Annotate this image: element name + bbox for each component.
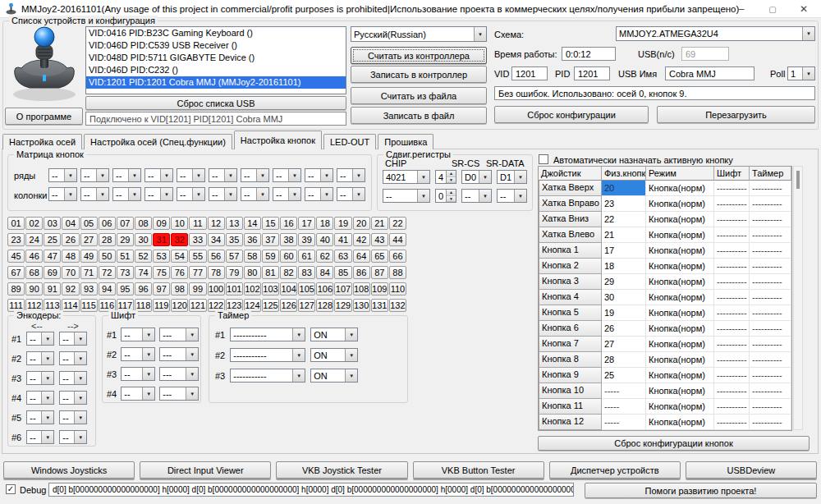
chevron-down-icon[interactable]: ▼ [74, 332, 86, 345]
grid-button-90[interactable]: 90 [25, 282, 43, 296]
grid-button-22[interactable]: 22 [389, 217, 406, 230]
grid-button-03[interactable]: 03 [44, 217, 61, 230]
timer-source-select-2[interactable]: -----------▼ [230, 348, 305, 362]
pid-field[interactable]: 1201 [574, 66, 610, 80]
grid-button-53[interactable]: 53 [153, 250, 170, 263]
grid-button-58[interactable]: 58 [244, 250, 261, 263]
grid-button-60[interactable]: 60 [280, 250, 297, 263]
chevron-down-icon[interactable]: ▼ [142, 368, 154, 380]
chevron-down-icon[interactable]: ▼ [292, 349, 305, 361]
grid-button-33[interactable]: 33 [189, 233, 206, 246]
grid-button-14[interactable]: 14 [244, 217, 261, 230]
poll-select[interactable]: 1 ▼ [787, 66, 815, 80]
matrix-col-select-9[interactable]: --▼ [305, 187, 333, 201]
chevron-down-icon[interactable]: ▼ [74, 352, 86, 364]
matrix-col-select-4[interactable]: --▼ [144, 187, 173, 201]
grid-button-80[interactable]: 80 [244, 266, 261, 279]
matrix-row-select-3[interactable]: --▼ [112, 168, 141, 182]
read-from-controller-button[interactable]: Считать из контроллера [351, 47, 487, 64]
grid-button-129[interactable]: 129 [334, 299, 351, 312]
encoder-right-select-3[interactable]: --▼ [59, 371, 87, 385]
read-from-file-button[interactable]: Считать из файла [351, 87, 487, 104]
chevron-down-icon[interactable]: ▼ [288, 188, 300, 200]
grid-button-75[interactable]: 75 [153, 266, 170, 279]
grid-button-66[interactable]: 66 [389, 250, 406, 263]
chevron-down-icon[interactable]: ▼ [41, 352, 53, 364]
grid-button-78[interactable]: 78 [208, 266, 225, 279]
device-list-item[interactable]: VID:046D PID:C539 USB Receiver () [86, 39, 346, 52]
matrix-row-select-8[interactable]: --▼ [273, 168, 301, 182]
grid-button-127[interactable]: 127 [298, 299, 315, 312]
chevron-down-icon[interactable]: ▼ [802, 27, 814, 40]
table-joystick-cell[interactable]: Кнопка 6 [539, 321, 602, 337]
tool-button-4[interactable]: VKB Button Tester [413, 461, 544, 479]
grid-button-109[interactable]: 109 [371, 282, 388, 296]
grid-button-119[interactable]: 119 [153, 299, 170, 312]
grid-button-25[interactable]: 25 [44, 233, 61, 246]
chevron-down-icon[interactable]: ▼ [142, 348, 154, 360]
grid-button-43[interactable]: 43 [371, 233, 388, 246]
sr-data-select-1[interactable]: D1▼ [497, 170, 527, 184]
grid-button-23[interactable]: 23 [7, 233, 25, 246]
matrix-col-select-6[interactable]: --▼ [209, 187, 237, 201]
spin-up-icon[interactable]: ▲ [447, 171, 456, 177]
grid-button-74[interactable]: 74 [135, 266, 152, 279]
chevron-down-icon[interactable]: ▼ [186, 328, 198, 341]
table-cell[interactable]: 26 [602, 321, 646, 337]
grid-button-28[interactable]: 28 [99, 233, 116, 246]
grid-button-130[interactable]: 130 [353, 299, 370, 312]
grid-button-68[interactable]: 68 [25, 266, 43, 279]
reset-usb-list-button[interactable]: Сброс списка USB [85, 96, 346, 110]
chevron-down-icon[interactable]: ▼ [41, 411, 53, 424]
matrix-row-select-1[interactable]: --▼ [48, 168, 77, 182]
grid-button-01[interactable]: 01 [7, 217, 25, 230]
grid-button-24[interactable]: 24 [25, 233, 43, 246]
chevron-down-icon[interactable]: ▼ [352, 169, 365, 181]
table-joystick-cell[interactable]: Хатка Вниз [539, 212, 602, 227]
chevron-down-icon[interactable]: ▼ [479, 171, 491, 183]
grid-button-09[interactable]: 09 [153, 217, 170, 230]
schema-select[interactable]: MMJOY2.ATMEGA32U4 ▼ [616, 26, 815, 41]
grid-button-81[interactable]: 81 [262, 266, 279, 279]
grid-button-102[interactable]: 102 [244, 282, 261, 296]
grid-button-02[interactable]: 02 [25, 217, 43, 230]
language-select[interactable]: Русский(Russian) ▼ [351, 26, 487, 42]
write-to-controller-button[interactable]: Записать в контроллер [351, 66, 487, 83]
shift-a-select-3[interactable]: --▼ [121, 367, 155, 381]
matrix-col-select-5[interactable]: --▼ [177, 187, 205, 201]
grid-button-115[interactable]: 115 [80, 299, 98, 312]
device-list-item[interactable]: VID:0416 PID:B23C Gaming Keyboard () [86, 27, 346, 39]
maximize-icon[interactable]: ▢ [757, 0, 788, 18]
grid-button-19[interactable]: 19 [334, 217, 351, 230]
grid-button-128[interactable]: 128 [316, 299, 333, 312]
grid-button-56[interactable]: 56 [208, 250, 225, 263]
grid-button-106[interactable]: 106 [316, 282, 333, 296]
chevron-down-icon[interactable]: ▼ [345, 349, 357, 361]
tab-3[interactable]: Настройка кнопок [234, 131, 322, 149]
tab-4[interactable]: LED-OUT [323, 134, 376, 149]
timer-source-select-1[interactable]: -----------▼ [230, 328, 305, 341]
reset-config-button[interactable]: Сброс конфигурации [494, 106, 649, 123]
timer-mode-select-1[interactable]: ON▼ [310, 328, 358, 341]
table-cell[interactable]: 23 [602, 196, 646, 212]
timer-source-select-3[interactable]: -----------▼ [230, 369, 305, 383]
grid-button-110[interactable]: 110 [389, 282, 406, 296]
matrix-row-select-9[interactable]: --▼ [305, 168, 333, 182]
grid-button-36[interactable]: 36 [244, 233, 261, 246]
tab-1[interactable]: Настройка осей [2, 134, 82, 149]
table-cell[interactable]: 21 [602, 227, 646, 243]
chevron-down-icon[interactable]: ▼ [128, 188, 140, 200]
grid-button-107[interactable]: 107 [334, 282, 351, 296]
grid-button-91[interactable]: 91 [44, 282, 61, 296]
chevron-down-icon[interactable]: ▼ [41, 372, 53, 384]
sr-data-select-2[interactable]: --▼ [497, 189, 527, 203]
table-joystick-cell[interactable]: Кнопка 12 [539, 415, 602, 430]
chevron-down-icon[interactable]: ▼ [74, 372, 86, 384]
grid-button-16[interactable]: 16 [280, 217, 297, 230]
table-joystick-cell[interactable]: Кнопка 1 [539, 243, 602, 259]
encoder-left-select-5[interactable]: --▼ [26, 410, 54, 424]
scrollbar-thumb[interactable] [796, 171, 800, 189]
grid-button-89[interactable]: 89 [7, 282, 25, 296]
matrix-row-select-4[interactable]: --▼ [144, 168, 173, 182]
sr-count-spinner-2[interactable]: 0▲▼ [435, 189, 456, 203]
